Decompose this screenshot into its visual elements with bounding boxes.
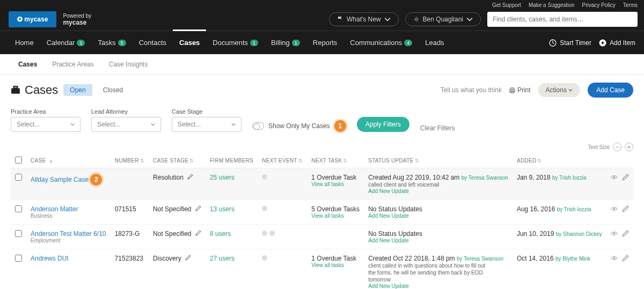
eye-icon[interactable]	[611, 174, 618, 181]
feedback-link[interactable]: Tell us what you think	[441, 86, 502, 94]
add-case-button[interactable]: Add Case	[588, 83, 633, 98]
top-link[interactable]: Privacy Policy	[582, 2, 616, 8]
state-closed-toggle[interactable]: Closed	[98, 84, 128, 96]
nav-home[interactable]: Home	[9, 31, 40, 54]
nav-documents[interactable]: Documents1	[206, 31, 265, 54]
col-status[interactable]: STATUS UPDATE⇅	[364, 153, 513, 168]
eye-icon[interactable]	[611, 205, 618, 212]
text-size-label: Text Size	[588, 144, 610, 150]
show-my-cases-toggle[interactable]	[252, 122, 264, 130]
nav-calendar[interactable]: Calendar1	[40, 31, 92, 54]
case-stage-cell: Resolution	[149, 168, 206, 200]
eye-icon[interactable]	[611, 230, 618, 237]
row-checkbox[interactable]	[15, 174, 22, 181]
add-item-button[interactable]: Add Item	[599, 39, 635, 47]
text-size-increase-button[interactable]: +	[625, 143, 633, 151]
top-link[interactable]: Terms	[623, 2, 638, 8]
case-number	[111, 168, 149, 200]
next-task-text: 1 Overdue Task	[311, 255, 360, 262]
pencil-icon[interactable]	[195, 205, 201, 211]
select-all-checkbox[interactable]	[15, 157, 22, 164]
nav-tasks[interactable]: Tasks5	[91, 31, 132, 54]
pencil-icon[interactable]	[622, 205, 629, 212]
badge: 1	[250, 40, 258, 46]
col-stage[interactable]: CASE STAGE⇅	[149, 153, 206, 168]
case-stage-select[interactable]: Select...	[172, 117, 241, 132]
apply-filters-button[interactable]: Apply Filters	[357, 117, 409, 132]
table-row: Anderson MatterBusiness071515Not Specifi…	[11, 200, 633, 225]
firm-members-link[interactable]: 25 users	[210, 174, 235, 181]
status-text: Created Aug 22 2019, 10:42 am by Teresa …	[368, 174, 508, 181]
chevron-down-icon	[466, 16, 473, 23]
pencil-icon[interactable]	[622, 255, 629, 262]
firm-members-link[interactable]: 27 users	[210, 255, 235, 262]
col-next-task[interactable]: NEXT TASK⇅	[307, 153, 364, 168]
table-row: Andrews DUI71523823Discovery 27 users 1 …	[11, 249, 633, 290]
firm-members-link[interactable]: 13 users	[210, 205, 235, 213]
subtab-cases[interactable]: Cases	[11, 54, 45, 75]
user-menu-button[interactable]: Ben Quagliani	[405, 12, 481, 26]
case-link[interactable]: Anderson Test Matter 6/10	[31, 230, 106, 238]
case-stage-cell: Not Specified	[149, 225, 206, 249]
pencil-icon[interactable]	[195, 230, 201, 236]
case-link[interactable]: Anderson Matter	[31, 205, 78, 213]
chevron-down-icon	[384, 16, 391, 23]
col-added[interactable]: ADDED⇅	[513, 153, 606, 168]
added-date: Jan 9, 2018	[517, 174, 551, 181]
pencil-icon[interactable]	[622, 174, 629, 181]
nav-communications[interactable]: Communications4	[343, 31, 419, 54]
flag-icon	[337, 16, 343, 23]
added-date: Jun 10, 2019	[517, 230, 554, 238]
add-new-update-link[interactable]: Add New Update	[368, 283, 508, 289]
next-task-text: 1 Overdue Task	[311, 174, 360, 181]
printer-icon	[509, 87, 515, 93]
next-task-text: 5 Overdue Tasks	[311, 205, 360, 213]
nav-contacts[interactable]: Contacts	[133, 31, 173, 54]
badge: 1	[77, 40, 85, 46]
added-by: by Trish Iozzia	[557, 206, 591, 212]
view-all-tasks-link[interactable]: View all tasks	[311, 213, 360, 219]
case-stage-cell: Not Specified	[149, 200, 206, 225]
pencil-icon[interactable]	[185, 255, 191, 261]
subtab-case-insights[interactable]: Case Insights	[101, 54, 156, 75]
page-title: Cases	[11, 83, 58, 97]
add-new-update-link[interactable]: Add New Update	[368, 188, 508, 194]
add-new-update-link[interactable]: Add New Update	[368, 238, 508, 243]
nav-leads[interactable]: Leads	[419, 31, 450, 54]
col-next-event[interactable]: NEXT EVENT⇅	[258, 153, 307, 168]
pencil-icon[interactable]	[187, 174, 193, 180]
view-all-tasks-link[interactable]: View all tasks	[311, 181, 360, 187]
search-input[interactable]	[487, 12, 638, 27]
nav-cases[interactable]: Cases	[173, 29, 206, 54]
case-link[interactable]: Allday Sample Case	[31, 176, 89, 183]
start-timer-button[interactable]: Start Timer	[549, 39, 591, 47]
state-open-toggle[interactable]: Open	[63, 84, 92, 96]
event-dot	[262, 174, 267, 180]
row-checkbox[interactable]	[15, 205, 22, 212]
actions-menu-button[interactable]: Actions	[538, 83, 581, 97]
pencil-icon[interactable]	[622, 230, 629, 237]
text-size-decrease-button[interactable]: −	[613, 143, 621, 151]
col-case[interactable]: CASE ▲	[26, 153, 111, 168]
case-link[interactable]: Andrews DUI	[31, 255, 69, 262]
view-all-tasks-link[interactable]: View all tasks	[311, 262, 360, 268]
nav-reports[interactable]: Reports	[306, 31, 344, 54]
add-new-update-link[interactable]: Add New Update	[368, 213, 508, 219]
firm-members-link[interactable]: 8 users	[210, 230, 231, 238]
whats-new-button[interactable]: What's New	[329, 12, 399, 26]
row-checkbox[interactable]	[15, 255, 22, 262]
logo[interactable]: ✪ mycase	[9, 11, 56, 27]
lead-attorney-select[interactable]: Select...	[91, 117, 161, 132]
nav-billing[interactable]: Billing1	[265, 31, 306, 54]
clear-filters-link[interactable]: Clear Filters	[420, 124, 455, 132]
row-checkbox[interactable]	[15, 230, 22, 237]
table-row: Anderson Test Matter 6/10Employment18273…	[11, 225, 633, 249]
print-button[interactable]: Print	[509, 86, 531, 94]
chevron-down-icon	[151, 122, 155, 127]
practice-area-select[interactable]: Select...	[11, 117, 80, 132]
eye-icon[interactable]	[611, 255, 618, 262]
subtab-practice-areas[interactable]: Practice Areas	[45, 54, 101, 75]
top-link[interactable]: Make a Suggestion	[529, 2, 575, 8]
top-link[interactable]: Get Support	[492, 2, 521, 8]
col-number[interactable]: NUMBER⇅	[111, 153, 149, 168]
